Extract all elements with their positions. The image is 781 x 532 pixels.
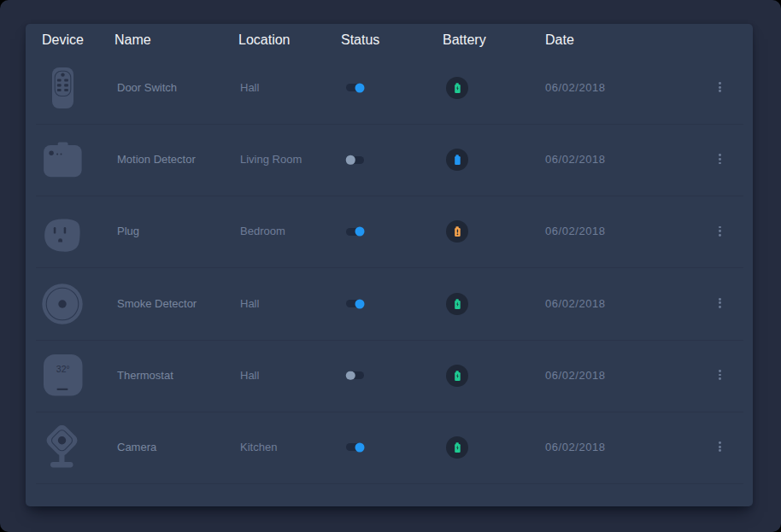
svg-text:32°: 32° — [56, 364, 70, 374]
